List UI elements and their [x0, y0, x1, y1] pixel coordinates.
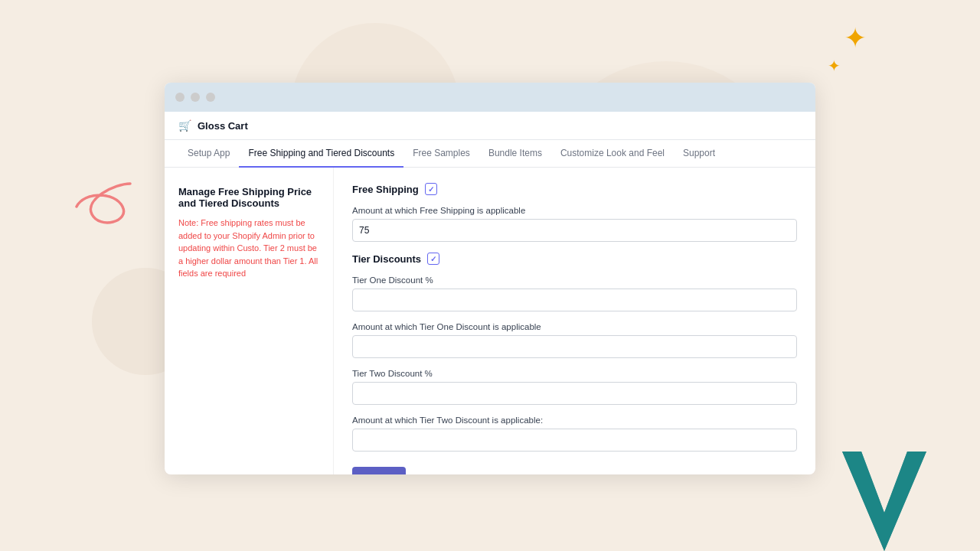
- traffic-light-red: [175, 93, 185, 102]
- svg-marker-1: [842, 452, 926, 551]
- app-logo-icon: 🛒: [178, 119, 191, 132]
- tier-discounts-label: Tier Discounts: [352, 253, 421, 265]
- squiggle-decoration: [69, 176, 153, 237]
- save-button[interactable]: Save: [352, 467, 406, 474]
- tab-setup-app[interactable]: Setup App: [178, 140, 239, 168]
- tier-two-amount-label: Amount at which Tier Two Discount is app…: [352, 416, 797, 425]
- sparkle-small-icon: ✦: [828, 58, 841, 73]
- content-area: Manage Free Shipping Price and Tiered Di…: [165, 168, 815, 474]
- tier-one-discount-label: Tier One Discount %: [352, 276, 797, 285]
- sparkle-large-icon: ✦: [844, 24, 867, 52]
- traffic-light-green: [206, 93, 215, 102]
- free-shipping-checkbox[interactable]: [425, 183, 437, 195]
- v-shape-decoration: [835, 452, 934, 551]
- tier-two-discount-label: Tier Two Discount %: [352, 369, 797, 378]
- tier-discounts-section: Tier Discounts Tier One Discount % Amoun…: [352, 253, 797, 452]
- tab-bundle-items[interactable]: Bundle Items: [479, 140, 551, 168]
- tier-discounts-row: Tier Discounts: [352, 253, 797, 265]
- free-shipping-amount-group: Amount at which Free Shipping is applica…: [352, 206, 797, 242]
- tier-discounts-checkbox[interactable]: [427, 253, 439, 265]
- app-header: 🛒 Gloss Cart: [165, 112, 815, 140]
- traffic-light-yellow: [191, 93, 200, 102]
- tier-one-amount-group: Amount at which Tier One Discount is app…: [352, 322, 797, 358]
- free-shipping-row: Free Shipping: [352, 183, 797, 195]
- tier-two-amount-group: Amount at which Tier Two Discount is app…: [352, 416, 797, 452]
- tab-support[interactable]: Support: [674, 140, 724, 168]
- app-title: Gloss Cart: [198, 120, 248, 132]
- browser-window: 🛒 Gloss Cart Setup App Free Shipping and…: [165, 83, 815, 474]
- title-bar: [165, 83, 815, 112]
- tab-free-shipping[interactable]: Free Shipping and Tiered Discounts: [239, 140, 403, 168]
- tier-one-amount-label: Amount at which Tier One Discount is app…: [352, 322, 797, 331]
- left-panel: Manage Free Shipping Price and Tiered Di…: [165, 168, 333, 474]
- free-shipping-amount-label: Amount at which Free Shipping is applica…: [352, 206, 797, 215]
- note-text: Note: Free shipping rates must be added …: [178, 217, 319, 280]
- tier-two-amount-input[interactable]: [352, 429, 797, 452]
- tier-one-amount-input[interactable]: [352, 335, 797, 358]
- tier-one-discount-input[interactable]: [352, 289, 797, 311]
- free-shipping-label: Free Shipping: [352, 184, 419, 195]
- tier-two-discount-group: Tier Two Discount %: [352, 369, 797, 405]
- nav-tabs: Setup App Free Shipping and Tiered Disco…: [165, 140, 815, 168]
- tier-two-discount-input[interactable]: [352, 382, 797, 405]
- right-panel: Free Shipping Amount at which Free Shipp…: [333, 168, 815, 474]
- free-shipping-amount-input[interactable]: [352, 219, 797, 242]
- tier-one-discount-group: Tier One Discount %: [352, 276, 797, 311]
- tab-customize[interactable]: Customize Look and Feel: [551, 140, 674, 168]
- tab-free-samples[interactable]: Free Samples: [403, 140, 479, 168]
- manage-section-title: Manage Free Shipping Price and Tiered Di…: [178, 186, 319, 209]
